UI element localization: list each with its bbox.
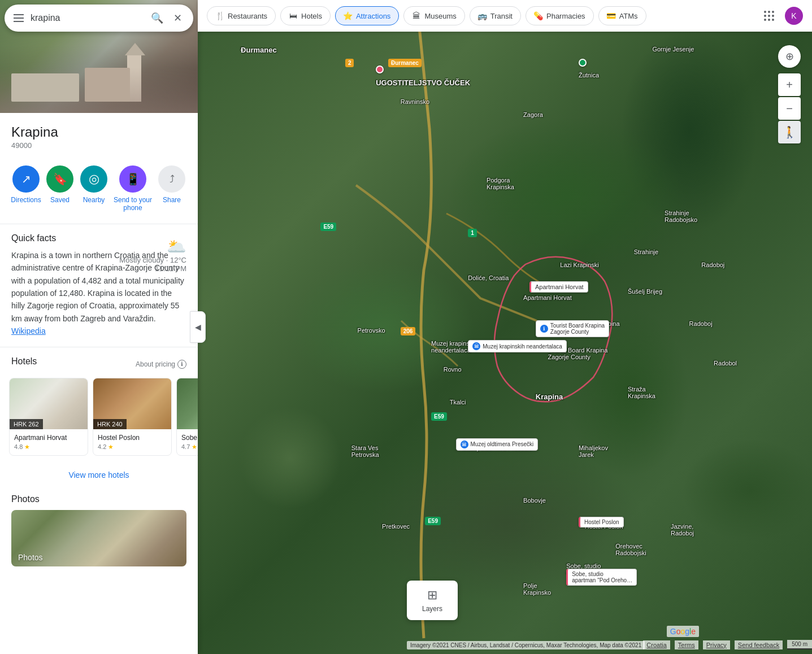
hotel-rating-3: 4.7 ★	[181, 443, 198, 451]
wikipedia-link[interactable]: Wikipedia	[11, 326, 46, 335]
action-row: ↗ Directions 🔖 Saved ◎ Nearby 📱 Send to …	[0, 159, 198, 224]
hotel-rating-1: 4.8 ★	[14, 443, 83, 451]
photo-preview[interactable]: Photos	[11, 510, 186, 566]
scale-bar: 500 m	[787, 640, 812, 649]
weather-icon: 🌥️	[119, 237, 186, 256]
map-label-jazvine: Jazvine,Radoboj	[671, 523, 694, 537]
attr-link-privacy[interactable]: Privacy	[703, 640, 730, 649]
nav-chip-transit[interactable]: 🚌 Transit	[470, 6, 521, 25]
map-label-ravninsko: Ravninsko	[401, 98, 429, 105]
route-badge-1: 1	[468, 229, 477, 237]
place-info: Krapina 49000 🌥️ Mostly cloudy · 12°C 11…	[0, 113, 198, 159]
map-label-polje: PoljeKrapinsko	[523, 582, 551, 596]
compass-button[interactable]: ⊕	[778, 45, 801, 68]
map-label-suselj: Šušelj Brijeg	[628, 288, 662, 295]
hotels-title: Hotels	[11, 356, 37, 367]
nearby-button[interactable]: ◎ Nearby	[77, 165, 111, 212]
museums-icon: 🏛	[412, 11, 421, 20]
layers-text: Layers	[422, 605, 442, 613]
pin-label-muzej[interactable]: 🏛 Muzej krapinskih neandertalaca	[468, 340, 567, 352]
directions-button[interactable]: ↗ Directions	[9, 165, 43, 212]
hotel-price-1: HRK 262	[10, 419, 43, 429]
hotels-scroll: HRK 262 Apartmani Horvat 4.8 ★ HRK 240	[0, 378, 198, 465]
place-name: Krapina	[11, 124, 186, 140]
route-badge-e59-1: E59	[320, 223, 336, 231]
send-phone-icon-circle: 📱	[119, 165, 146, 193]
pin-label-sobe[interactable]: Sobe, studioapartman "Pod Oreho…	[566, 569, 637, 586]
weather-description: Mostly cloudy · 12°C	[119, 256, 186, 264]
nav-chip-restaurants[interactable]: 🍴 Restaurants	[207, 6, 276, 25]
directions-label: Directions	[11, 196, 41, 204]
map-label-durmanec: Đurmanec	[241, 46, 277, 54]
share-button[interactable]: ⤴ Share	[155, 165, 189, 212]
share-icon-circle: ⤴	[158, 165, 185, 193]
nav-chip-pharmacies[interactable]: 💊 Pharmacies	[526, 6, 594, 25]
pin-label-hostel-poslon[interactable]: Hostel Poslon	[579, 517, 624, 527]
map-label-krapina: Krapina	[536, 393, 563, 401]
pin-label-apartmani[interactable]: Apartmani Horvat	[529, 281, 588, 293]
hotel-info-3: Sobe, s 4.7 ★	[177, 429, 198, 456]
route-badge-e59-2: E59	[431, 412, 447, 421]
map-attribution-right: Croatia Terms Privacy Send feedback 500 …	[643, 640, 812, 649]
chevron-left-icon: ◀	[195, 322, 201, 332]
sidebar-collapse-button[interactable]: ◀	[190, 311, 206, 343]
hotels-header: Hotels About pricing ℹ	[0, 347, 198, 378]
close-search-button[interactable]: ✕	[171, 11, 184, 25]
building-2	[85, 68, 130, 102]
pin-zutnica[interactable]	[579, 59, 587, 67]
hotel-card-3[interactable]: Sobe, s 4.7 ★	[176, 378, 198, 456]
zoom-out-button[interactable]: −	[778, 97, 801, 120]
attr-link-terms[interactable]: Terms	[675, 640, 698, 649]
pegman-button[interactable]: 🚶	[778, 121, 801, 143]
map-background: Đurmanec Žutnica Zagora Ravninsko Podgor…	[198, 0, 812, 654]
nav-chip-museums[interactable]: 🏛 Museums	[403, 6, 464, 25]
pin-ugostit[interactable]	[376, 66, 384, 73]
attr-link-feedback[interactable]: Send feedback	[735, 640, 783, 649]
user-avatar[interactable]: K	[785, 7, 803, 25]
nav-chip-attractions[interactable]: ⭐ Attractions	[335, 6, 399, 25]
photos-title: Photos	[11, 494, 186, 504]
map-label-pretkovec: Pretkovec	[382, 523, 410, 530]
search-icon-button[interactable]: 🔍	[150, 11, 164, 25]
transit-icon: 🚌	[478, 11, 487, 20]
info-icon: ℹ	[177, 360, 186, 369]
nav-chip-atms[interactable]: 💳 ATMs	[598, 6, 646, 25]
nearby-label: Nearby	[83, 196, 105, 204]
restaurants-icon: 🍴	[215, 11, 224, 20]
attr-link-croatia[interactable]: Croatia	[643, 640, 670, 649]
map-label-strahinje-rad: StrahinjeRadobojsko	[665, 210, 697, 223]
zoom-in-button[interactable]: +	[778, 73, 801, 96]
hotel-card-1[interactable]: HRK 262 Apartmani Horvat 4.8 ★	[9, 378, 88, 456]
hamburger-menu[interactable]	[14, 14, 24, 22]
map-label-radoboj2: Radoboj	[701, 261, 724, 268]
pharmacies-icon: 💊	[534, 11, 543, 20]
hotels-icon: 🛏	[289, 11, 298, 20]
layers-button[interactable]: ⊞ Layers	[407, 581, 458, 620]
map-label-bobovje: Bobovje	[523, 497, 546, 504]
hotel-name-3: Sobe, s	[181, 434, 198, 443]
nav-chip-hotels[interactable]: 🛏 Hotels	[280, 6, 331, 25]
hotels-section: Hotels About pricing ℹ HRK 262 Apartmani…	[0, 347, 198, 486]
nav-chip-atms-label: ATMs	[619, 12, 638, 20]
hotel-card-2[interactable]: HRK 240 Hostel Poslon 4.2 ★	[93, 378, 172, 456]
pin-label-muzej-oldtimer[interactable]: 🏛 Muzej oldtimera Presečki	[456, 438, 539, 451]
send-to-phone-button[interactable]: 📱 Send to your phone	[111, 165, 155, 212]
map-label-dolice: Doliće, Croatia	[468, 274, 509, 281]
apps-button[interactable]	[758, 5, 780, 27]
about-pricing-link[interactable]: About pricing ℹ	[136, 360, 186, 369]
search-bar: krapina 🔍 ✕	[5, 5, 193, 32]
saved-label: Saved	[50, 196, 70, 204]
nav-chip-restaurants-label: Restaurants	[228, 12, 267, 20]
nav-chip-attractions-label: Attractions	[356, 12, 390, 20]
map-roads	[198, 0, 812, 654]
building-1	[11, 73, 79, 102]
map-area[interactable]: Đurmanec Žutnica Zagora Ravninsko Podgor…	[198, 0, 812, 654]
map-label-zagora: Zagora	[523, 111, 543, 118]
hotel-image-1: HRK 262	[10, 378, 88, 429]
saved-button[interactable]: 🔖 Saved	[43, 165, 77, 212]
pin-label-tourist-board[interactable]: ℹ Tourist Board KrapinaZagorje County	[536, 320, 609, 337]
view-more-hotels-link[interactable]: View more hotels	[0, 465, 198, 485]
attractions-icon: ⭐	[344, 11, 353, 20]
hotel-price-2: HRK 240	[93, 419, 127, 429]
map-attribution: Imagery ©2021 CNES / Airbus, Landsat / C…	[407, 641, 645, 649]
